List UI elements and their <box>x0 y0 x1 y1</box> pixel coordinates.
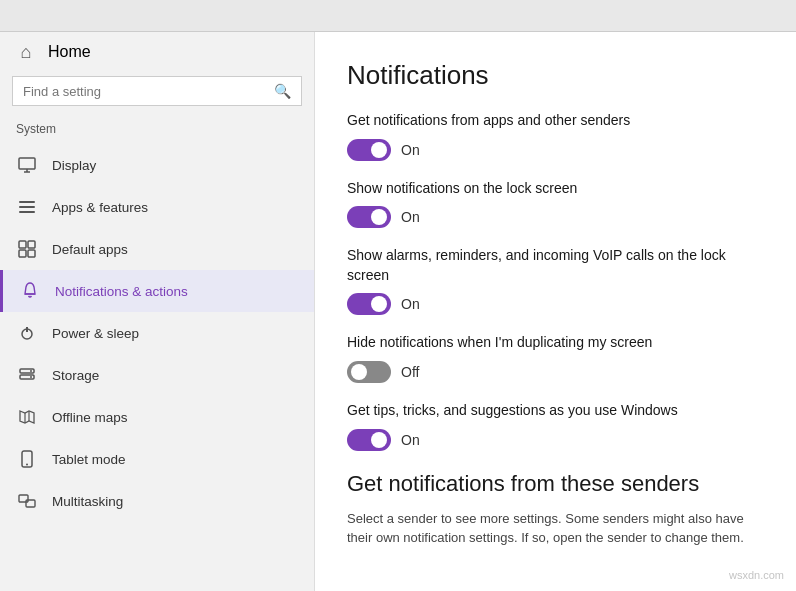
setting-label-notif-alarms: Show alarms, reminders, and incoming VoI… <box>347 246 764 285</box>
notifications-label: Notifications & actions <box>55 284 188 299</box>
display-label: Display <box>52 158 96 173</box>
notifications-icon <box>19 280 41 302</box>
svg-point-15 <box>30 370 32 372</box>
tablet-mode-label: Tablet mode <box>52 452 126 467</box>
toggle-label-notif-lock-screen: On <box>401 209 420 225</box>
toggle-notif-hide-duplicating[interactable] <box>347 361 391 383</box>
display-icon <box>16 154 38 176</box>
toggle-knob <box>371 432 387 448</box>
senders-title: Get notifications from these senders <box>347 471 764 497</box>
home-label: Home <box>48 43 91 61</box>
system-label: System <box>0 118 314 144</box>
toggle-knob <box>351 364 367 380</box>
sidebar-item-apps[interactable]: Apps & features <box>0 186 314 228</box>
top-bar <box>0 0 796 32</box>
toggle-row-notif-from-apps: On <box>347 139 764 161</box>
setting-notif-alarms: Show alarms, reminders, and incoming VoI… <box>347 246 764 315</box>
sidebar-item-multitasking[interactable]: Multitasking <box>0 480 314 522</box>
svg-rect-9 <box>28 250 35 257</box>
toggle-row-notif-alarms: On <box>347 293 764 315</box>
toggle-knob <box>371 209 387 225</box>
apps-icon <box>16 196 38 218</box>
toggle-notif-from-apps[interactable] <box>347 139 391 161</box>
toggle-label-notif-tips: On <box>401 432 420 448</box>
toggle-label-notif-hide-duplicating: Off <box>401 364 419 380</box>
nav-items: Display Apps & features <box>0 144 314 522</box>
senders-description: Select a sender to see more settings. So… <box>347 509 764 548</box>
multitasking-label: Multitasking <box>52 494 123 509</box>
toggle-label-notif-from-apps: On <box>401 142 420 158</box>
sidebar-item-offline-maps[interactable]: Offline maps <box>0 396 314 438</box>
toggle-row-notif-hide-duplicating: Off <box>347 361 764 383</box>
storage-icon <box>16 364 38 386</box>
home-nav-item[interactable]: ⌂ Home <box>0 32 314 72</box>
sidebar-item-storage[interactable]: Storage <box>0 354 314 396</box>
setting-notif-tips: Get tips, tricks, and suggestions as you… <box>347 401 764 451</box>
sidebar-item-power[interactable]: Power & sleep <box>0 312 314 354</box>
tablet-mode-icon <box>16 448 38 470</box>
search-input[interactable] <box>23 84 266 99</box>
offline-maps-icon <box>16 406 38 428</box>
power-icon <box>16 322 38 344</box>
toggle-knob <box>371 142 387 158</box>
setting-label-notif-tips: Get tips, tricks, and suggestions as you… <box>347 401 764 421</box>
setting-notif-hide-duplicating: Hide notifications when I'm duplicating … <box>347 333 764 383</box>
search-box: 🔍 <box>12 76 302 106</box>
sidebar-item-notifications[interactable]: Notifications & actions <box>0 270 314 312</box>
power-label: Power & sleep <box>52 326 139 341</box>
toggle-notif-lock-screen[interactable] <box>347 206 391 228</box>
svg-rect-7 <box>28 241 35 248</box>
page-title: Notifications <box>347 60 764 91</box>
sidebar: ⌂ Home 🔍 System Display <box>0 32 315 591</box>
svg-rect-8 <box>19 250 26 257</box>
toggle-notif-alarms[interactable] <box>347 293 391 315</box>
toggle-label-notif-alarms: On <box>401 296 420 312</box>
content-area: Notifications Get notifications from app… <box>315 32 796 591</box>
setting-label-notif-from-apps: Get notifications from apps and other se… <box>347 111 764 131</box>
sidebar-item-tablet-mode[interactable]: Tablet mode <box>0 438 314 480</box>
toggle-row-notif-lock-screen: On <box>347 206 764 228</box>
default-apps-icon <box>16 238 38 260</box>
home-icon: ⌂ <box>16 42 36 62</box>
svg-point-20 <box>26 464 28 466</box>
toggle-row-notif-tips: On <box>347 429 764 451</box>
svg-rect-6 <box>19 241 26 248</box>
svg-rect-4 <box>19 206 35 208</box>
toggle-knob <box>371 296 387 312</box>
main-layout: ⌂ Home 🔍 System Display <box>0 32 796 591</box>
multitasking-icon <box>16 490 38 512</box>
svg-rect-3 <box>19 201 35 203</box>
apps-label: Apps & features <box>52 200 148 215</box>
watermark: wsxdn.com <box>729 569 784 581</box>
svg-rect-5 <box>19 211 35 213</box>
setting-label-notif-lock-screen: Show notifications on the lock screen <box>347 179 764 199</box>
toggle-notif-tips[interactable] <box>347 429 391 451</box>
svg-point-16 <box>30 376 32 378</box>
default-apps-label: Default apps <box>52 242 128 257</box>
setting-label-notif-hide-duplicating: Hide notifications when I'm duplicating … <box>347 333 764 353</box>
search-icon[interactable]: 🔍 <box>274 83 291 99</box>
sidebar-item-default-apps[interactable]: Default apps <box>0 228 314 270</box>
svg-rect-0 <box>19 158 35 169</box>
setting-notif-lock-screen: Show notifications on the lock screen On <box>347 179 764 229</box>
sidebar-item-display[interactable]: Display <box>0 144 314 186</box>
setting-notif-from-apps: Get notifications from apps and other se… <box>347 111 764 161</box>
offline-maps-label: Offline maps <box>52 410 128 425</box>
storage-label: Storage <box>52 368 99 383</box>
